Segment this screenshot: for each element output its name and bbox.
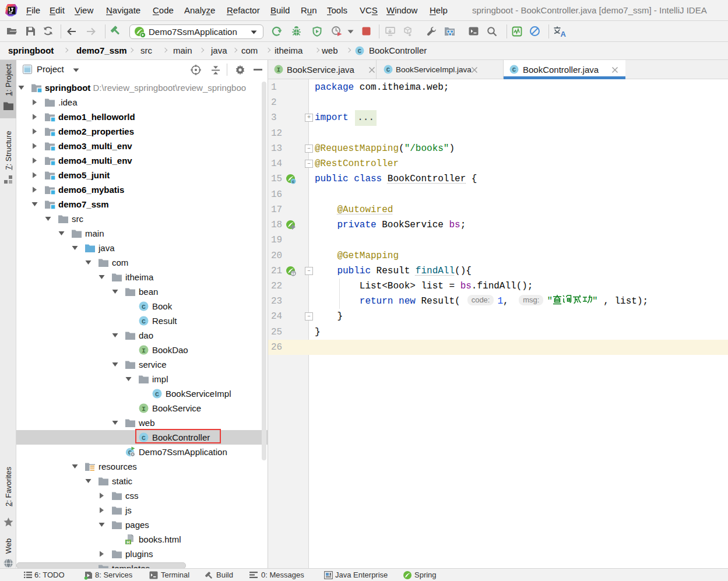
svg-text:C: C — [142, 303, 146, 311]
svg-text:A: A — [561, 30, 567, 37]
svg-text:I: I — [277, 66, 280, 73]
svg-text:C: C — [358, 48, 362, 55]
svg-text:H: H — [126, 540, 129, 544]
svg-text:C: C — [142, 318, 146, 325]
svg-text:C: C — [155, 390, 159, 398]
svg-text:C: C — [386, 66, 391, 73]
svg-text:c: c — [292, 179, 294, 184]
svg-text:C: C — [512, 66, 516, 73]
svg-text:I: I — [142, 347, 146, 354]
svg-text:I: I — [142, 405, 146, 413]
